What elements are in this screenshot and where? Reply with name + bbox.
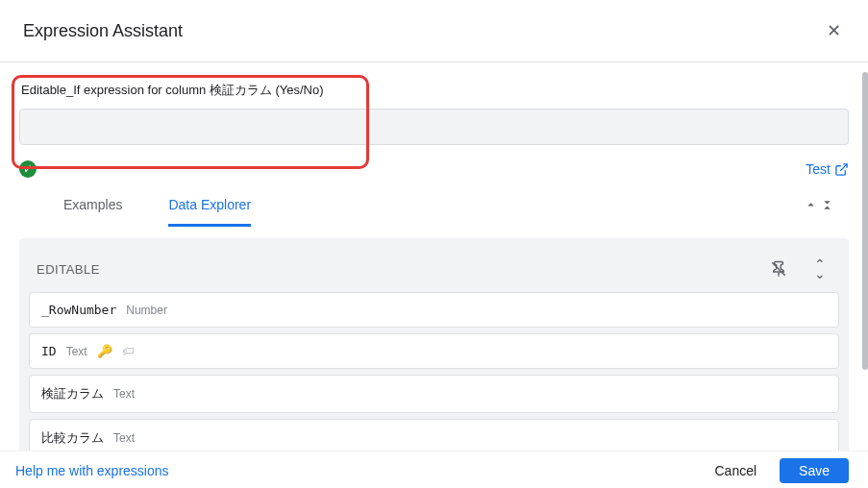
dialog-footer: Help me with expressions Cancel Save [0,451,868,488]
section-collapse-icon[interactable]: ⌃⌄ [814,259,826,279]
tabs: Examples Data Explorer [19,185,251,227]
tabs-row: Examples Data Explorer [19,185,849,227]
expression-input[interactable] [19,109,849,145]
dialog-header: Expression Assistant ✕ [0,0,868,62]
column-list: _RowNumber Number ID Text 🔑 🏷 検証カラム Text… [29,292,839,457]
data-explorer-actions: ⌃⌄ [770,259,831,279]
help-link[interactable]: Help me with expressions [15,463,169,478]
save-button[interactable]: Save [780,458,849,483]
column-item[interactable]: ID Text 🔑 🏷 [29,333,839,369]
data-explorer-panel: EDITABLE ⌃⌄ _RowNumber Number ID Text 🔑 … [19,238,849,461]
data-explorer-title: EDITABLE [37,262,100,277]
tag-icon: 🏷 [122,344,135,358]
test-link[interactable]: Test [806,161,849,177]
check-icon: ✓ [19,160,37,178]
column-name: 比較カラム [41,429,104,447]
column-type: Text [113,387,135,401]
collapse-icon[interactable] [805,198,849,215]
column-type: Number [126,304,167,317]
column-type: Text [113,431,135,445]
test-label: Test [806,161,831,177]
column-item[interactable]: 検証カラム Text [29,375,839,413]
expression-label: Editable_If expression for column 検証カラム … [19,82,849,99]
tab-examples[interactable]: Examples [63,185,122,227]
svg-line-0 [840,163,847,170]
column-name: 検証カラム [41,385,104,403]
cancel-button[interactable]: Cancel [701,455,770,486]
close-icon[interactable]: ✕ [822,19,845,42]
column-name: ID [41,344,57,358]
scrollbar[interactable] [862,72,868,370]
column-name: _RowNumber [41,303,116,317]
unpin-icon[interactable] [770,260,787,278]
column-type: Text [66,345,87,358]
status-row: ✓ Test [19,160,849,178]
key-icon: 🔑 [97,344,112,358]
footer-actions: Cancel Save [701,455,849,486]
external-link-icon [834,162,849,177]
tab-data-explorer[interactable]: Data Explorer [168,185,251,227]
main-content: Editable_If expression for column 検証カラム … [0,82,868,461]
data-explorer-header: EDITABLE ⌃⌄ [29,250,839,292]
dialog-title: Expression Assistant [23,21,183,41]
column-item[interactable]: _RowNumber Number [29,292,839,328]
